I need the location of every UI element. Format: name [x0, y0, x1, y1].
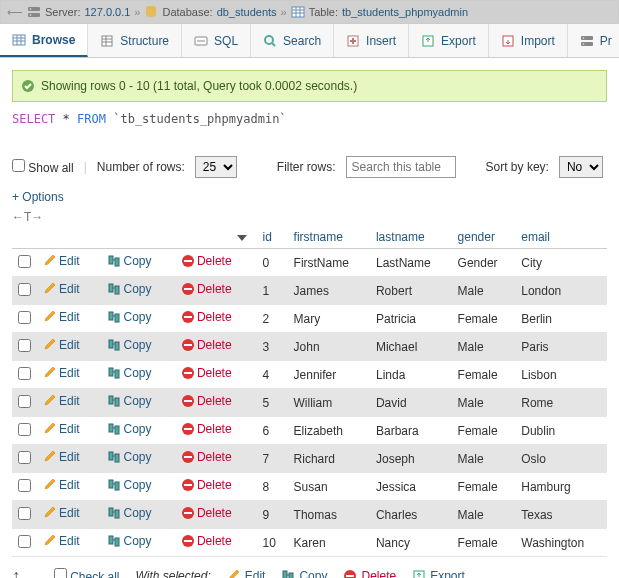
row-edit[interactable]: Edit [43, 506, 80, 520]
sort-label: Sort by key: [486, 160, 549, 174]
row-delete[interactable]: Delete [181, 506, 232, 520]
nav-handle[interactable]: ⟵ [7, 6, 23, 19]
cell-firstname: Thomas [288, 501, 370, 529]
row-edit[interactable]: Edit [43, 450, 80, 464]
row-checkbox[interactable] [18, 479, 31, 492]
row-edit[interactable]: Edit [43, 338, 80, 352]
rows-select[interactable]: 25 [195, 156, 237, 178]
tab-search[interactable]: Search [251, 24, 334, 57]
tab-structure[interactable]: Structure [88, 24, 182, 57]
cell-gender: Male [452, 445, 516, 473]
bulk-copy[interactable]: Copy [281, 569, 327, 578]
tab-insert[interactable]: Insert [334, 24, 409, 57]
pencil-icon [43, 450, 57, 464]
row-delete[interactable]: Delete [181, 478, 232, 492]
row-copy[interactable]: Copy [107, 506, 151, 520]
row-delete[interactable]: Delete [181, 310, 232, 324]
bulk-edit[interactable]: Edit [227, 569, 266, 578]
row-copy[interactable]: Copy [107, 534, 151, 548]
row-edit[interactable]: Edit [43, 366, 80, 380]
row-copy[interactable]: Copy [107, 478, 151, 492]
cell-id: 5 [257, 389, 288, 417]
row-checkbox[interactable] [18, 311, 31, 324]
row-checkbox[interactable] [18, 423, 31, 436]
row-checkbox[interactable] [18, 339, 31, 352]
row-edit[interactable]: Edit [43, 310, 80, 324]
row-edit[interactable]: Edit [43, 282, 80, 296]
delete-icon [181, 282, 195, 296]
row-copy[interactable]: Copy [107, 394, 151, 408]
col-gender[interactable]: gender [458, 230, 495, 244]
row-copy[interactable]: Copy [107, 282, 151, 296]
row-copy[interactable]: Copy [107, 422, 151, 436]
tab-label: Import [521, 34, 555, 48]
database-icon [144, 5, 158, 19]
sort-indicator-icon[interactable] [237, 235, 247, 241]
bulk-export[interactable]: Export [412, 569, 465, 578]
row-checkbox[interactable] [18, 395, 31, 408]
col-firstname[interactable]: firstname [294, 230, 343, 244]
tab-privileges[interactable]: Pr [568, 24, 619, 57]
row-copy[interactable]: Copy [107, 450, 151, 464]
row-copy[interactable]: Copy [107, 310, 151, 324]
sort-select[interactable]: No [559, 156, 603, 178]
cell-email: Berlin [515, 305, 607, 333]
col-lastname[interactable]: lastname [376, 230, 425, 244]
table-link[interactable]: tb_students_phpmyadmin [342, 6, 468, 18]
row-copy[interactable]: Copy [107, 254, 151, 268]
pencil-icon [43, 422, 57, 436]
row-checkbox[interactable] [18, 507, 31, 520]
bulk-delete[interactable]: Delete [343, 569, 396, 578]
sql-from: FROM [77, 112, 106, 126]
row-checkbox[interactable] [18, 283, 31, 296]
check-all-checkbox[interactable] [54, 568, 67, 578]
copy-icon [107, 366, 121, 380]
row-copy[interactable]: Copy [107, 338, 151, 352]
tab-export[interactable]: Export [409, 24, 489, 57]
copy-icon [107, 478, 121, 492]
col-email[interactable]: email [521, 230, 550, 244]
copy-icon [107, 450, 121, 464]
row-delete[interactable]: Delete [181, 366, 232, 380]
col-id[interactable]: id [263, 230, 272, 244]
row-edit[interactable]: Edit [43, 422, 80, 436]
check-all[interactable]: Check all [54, 568, 120, 578]
tab-browse[interactable]: Browse [0, 24, 88, 57]
cell-email: London [515, 277, 607, 305]
row-edit[interactable]: Edit [43, 254, 80, 268]
pencil-icon [43, 310, 57, 324]
row-delete[interactable]: Delete [181, 450, 232, 464]
row-delete[interactable]: Delete [181, 338, 232, 352]
server-link[interactable]: 127.0.0.1 [84, 6, 130, 18]
filter-input[interactable] [346, 156, 456, 178]
show-all-checkbox[interactable] [12, 159, 25, 172]
delete-icon [343, 569, 357, 578]
show-all[interactable]: Show all [12, 159, 74, 175]
row-copy[interactable]: Copy [107, 366, 151, 380]
pencil-icon [43, 478, 57, 492]
row-edit[interactable]: Edit [43, 534, 80, 548]
cell-firstname: Jennifer [288, 361, 370, 389]
row-checkbox[interactable] [18, 535, 31, 548]
pencil-icon [43, 254, 57, 268]
row-edit[interactable]: Edit [43, 394, 80, 408]
row-delete[interactable]: Delete [181, 282, 232, 296]
sql-star: * [63, 112, 70, 126]
row-delete[interactable]: Delete [181, 394, 232, 408]
pencil-icon [43, 366, 57, 380]
row-checkbox[interactable] [18, 367, 31, 380]
cell-gender: Female [452, 361, 516, 389]
tab-import[interactable]: Import [489, 24, 568, 57]
options-toggle[interactable]: + Options [12, 190, 64, 204]
tab-label: SQL [214, 34, 238, 48]
row-checkbox[interactable] [18, 255, 31, 268]
label: Edit [245, 569, 266, 578]
row-edit[interactable]: Edit [43, 478, 80, 492]
db-link[interactable]: db_students [217, 6, 277, 18]
row-checkbox[interactable] [18, 451, 31, 464]
tab-sql[interactable]: SQL [182, 24, 251, 57]
row-delete[interactable]: Delete [181, 534, 232, 548]
row-delete[interactable]: Delete [181, 254, 232, 268]
cell-email: Dublin [515, 417, 607, 445]
row-delete[interactable]: Delete [181, 422, 232, 436]
